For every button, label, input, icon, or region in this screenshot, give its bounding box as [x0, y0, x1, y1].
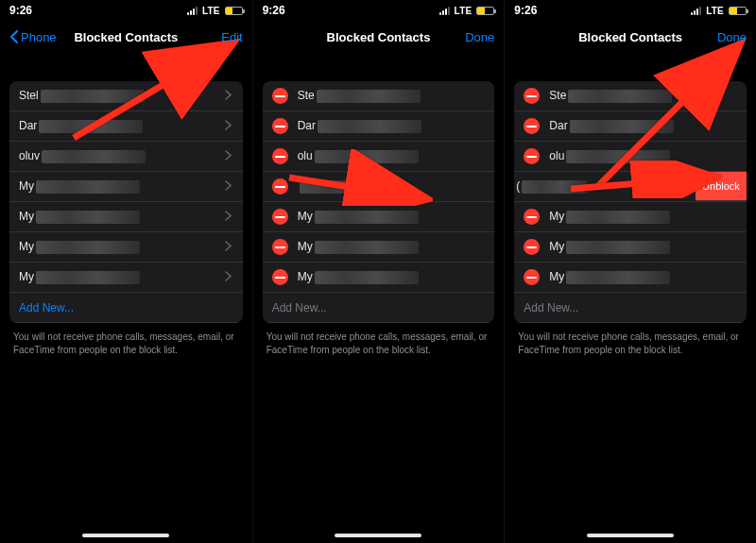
contact-row[interactable]: olu — [514, 142, 747, 172]
contact-row[interactable]: olu — [263, 142, 495, 172]
contact-row[interactable]: Dar — [263, 111, 495, 142]
cell-signal-icon — [691, 7, 701, 15]
contact-row[interactable]: Stel — [9, 81, 243, 111]
network-label: LTE — [706, 6, 724, 16]
contact-row[interactable]: Ste — [263, 81, 495, 111]
screenshot-panel-1: 9:26 LTE Phone Blocked Contacts Edit Ste… — [0, 0, 252, 543]
footer-text: You will not receive phone calls, messag… — [263, 323, 495, 356]
status-time: 9:26 — [9, 4, 32, 17]
contact-name: My — [19, 240, 34, 253]
cell-signal-icon — [187, 7, 198, 15]
delete-minus-icon[interactable] — [524, 148, 540, 164]
contact-name: My — [549, 210, 564, 223]
edit-button[interactable]: Edit — [221, 30, 242, 44]
add-new-button[interactable]: Add New... — [514, 293, 747, 323]
chevron-right-icon — [225, 150, 232, 163]
contact-row[interactable]: oluv — [9, 142, 243, 172]
contact-row[interactable]: My — [9, 172, 243, 202]
chevron-right-icon — [225, 271, 232, 284]
contact-row[interactable]: My — [263, 202, 495, 232]
chevron-right-icon — [225, 180, 232, 194]
contact-name: My — [549, 270, 564, 283]
contact-name: olu — [298, 149, 313, 162]
network-label: LTE — [202, 6, 220, 16]
delete-minus-icon[interactable] — [524, 269, 540, 285]
nav-bar: Blocked Contacts Done — [253, 21, 505, 53]
battery-icon — [225, 7, 243, 15]
back-label: Phone — [21, 30, 57, 44]
contact-row[interactable]: My — [9, 202, 243, 232]
contact-name: My — [549, 240, 564, 253]
footer-text: You will not receive phone calls, messag… — [514, 323, 747, 356]
cell-signal-icon — [439, 7, 450, 15]
contact-row[interactable]: Dar — [9, 111, 243, 142]
contact-row[interactable]: Ste — [514, 81, 747, 111]
contact-name: Dar — [549, 119, 567, 132]
delete-minus-icon[interactable] — [272, 88, 288, 104]
contact-name: Stel — [19, 89, 39, 102]
blocked-list-editing: Ste Dar olu My My — [263, 81, 495, 323]
contact-row-swiped[interactable]: Number ( Unblock — [514, 172, 747, 202]
contact-name: oluv — [19, 149, 40, 162]
done-button[interactable]: Done — [465, 30, 494, 44]
battery-icon — [729, 7, 747, 15]
contact-name: My — [298, 270, 313, 283]
chevron-right-icon — [225, 120, 232, 133]
contact-name: Ste — [549, 89, 566, 102]
nav-bar: Blocked Contacts Done — [505, 21, 756, 53]
blocked-list: Stel Dar oluv My My My — [9, 81, 243, 323]
contact-row[interactable]: Dar — [514, 111, 747, 142]
delete-minus-icon[interactable] — [272, 269, 288, 285]
home-indicator[interactable] — [587, 534, 674, 537]
done-button[interactable]: Done — [717, 30, 747, 44]
contact-row[interactable]: My — [263, 232, 495, 263]
contact-row[interactable]: My — [514, 202, 747, 232]
contact-name: Number ( — [514, 179, 520, 193]
chevron-right-icon — [225, 211, 232, 224]
delete-minus-icon[interactable] — [272, 239, 288, 255]
status-time: 9:26 — [263, 4, 285, 17]
delete-minus-icon[interactable] — [272, 178, 288, 195]
battery-icon — [476, 7, 494, 15]
contact-row[interactable]: My — [9, 232, 243, 263]
delete-minus-icon[interactable] — [272, 148, 288, 164]
footer-text: You will not receive phone calls, messag… — [9, 323, 243, 356]
contact-name: My — [298, 240, 313, 253]
contact-row[interactable]: My — [514, 232, 747, 263]
blocked-list-editing: Ste Dar olu Number ( Unblock My — [514, 81, 747, 323]
delete-minus-icon[interactable] — [524, 88, 540, 104]
delete-minus-icon[interactable] — [272, 209, 288, 225]
contact-name: My — [19, 270, 34, 283]
status-time: 9:26 — [514, 4, 537, 17]
home-indicator[interactable] — [82, 534, 169, 537]
chevron-right-icon — [225, 241, 232, 254]
contact-name: Dar — [298, 119, 316, 132]
contact-name: Dar — [19, 119, 37, 132]
back-button[interactable]: Phone — [9, 30, 57, 44]
unblock-button[interactable]: Unblock — [696, 172, 747, 201]
status-bar: 9:26 LTE — [0, 0, 252, 21]
screenshot-panel-2: 9:26 LTE Blocked Contacts Done Ste Dar o… — [252, 0, 505, 543]
add-new-button[interactable]: Add New... — [263, 293, 495, 323]
delete-minus-icon[interactable] — [524, 118, 540, 134]
contact-name: My — [298, 210, 313, 223]
contact-name: olu — [549, 149, 564, 162]
contact-name: My — [19, 210, 34, 223]
contact-row[interactable]: My — [514, 263, 747, 293]
contact-row[interactable] — [263, 172, 495, 202]
status-bar: 9:26 LTE — [253, 0, 505, 21]
add-new-button[interactable]: Add New... — [9, 293, 243, 323]
chevron-right-icon — [225, 90, 232, 103]
home-indicator[interactable] — [335, 534, 421, 537]
contact-name: Ste — [298, 89, 315, 102]
contact-row[interactable]: My — [263, 263, 495, 293]
delete-minus-icon[interactable] — [272, 118, 288, 134]
delete-minus-icon[interactable] — [524, 239, 540, 255]
contact-row[interactable]: My — [9, 263, 243, 293]
contact-name: My — [19, 179, 34, 193]
delete-minus-icon[interactable] — [524, 209, 540, 225]
nav-bar: Phone Blocked Contacts Edit — [0, 21, 252, 53]
network-label: LTE — [455, 6, 472, 16]
status-bar: 9:26 LTE — [505, 0, 756, 21]
chevron-left-icon — [9, 30, 18, 43]
